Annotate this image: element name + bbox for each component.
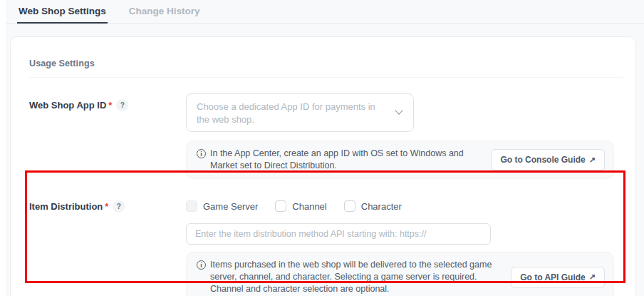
tab-web-shop-settings[interactable]: Web Shop Settings bbox=[17, 6, 108, 24]
app-id-select-placeholder: Choose a dedicated App ID for payments i… bbox=[197, 101, 375, 125]
checkbox-item-character: Character bbox=[344, 200, 402, 212]
info-icon: i bbox=[197, 149, 206, 158]
item-distribution-controls: Game Server Channel Character i I bbox=[186, 195, 623, 296]
app-id-select[interactable]: Choose a dedicated App ID for payments i… bbox=[186, 93, 414, 132]
go-to-console-guide-button[interactable]: Go to Console Guide ↗ bbox=[491, 149, 605, 170]
web-shop-app-id-controls: Choose a dedicated App ID for payments i… bbox=[186, 93, 623, 179]
item-distribution-info-box: i Items purchased in the web shop will b… bbox=[186, 252, 614, 296]
item-distribution-info-text: Items purchased in the web shop will be … bbox=[210, 259, 501, 295]
game-server-checkbox[interactable] bbox=[186, 200, 197, 212]
channel-checkbox[interactable] bbox=[275, 200, 286, 212]
distribution-api-input[interactable] bbox=[186, 223, 491, 245]
tab-change-history[interactable]: Change History bbox=[128, 6, 202, 23]
go-to-console-guide-label: Go to Console Guide bbox=[500, 155, 585, 165]
help-icon[interactable]: ? bbox=[113, 200, 125, 213]
item-distribution-row: Item Distribution * ? Game Server Channe… bbox=[29, 195, 623, 296]
external-link-icon: ↗ bbox=[589, 273, 596, 281]
checkbox-item-game-server: Game Server bbox=[186, 200, 258, 212]
web-shop-app-id-label: Web Shop App ID bbox=[29, 100, 106, 111]
external-link-icon: ↗ bbox=[589, 156, 596, 164]
web-shop-app-id-row: Web Shop App ID * ? Choose a dedicated A… bbox=[29, 93, 623, 179]
game-server-checkbox-label: Game Server bbox=[203, 201, 258, 212]
channel-checkbox-label: Channel bbox=[292, 201, 326, 212]
item-distribution-info-content: i Items purchased in the web shop will b… bbox=[197, 259, 501, 295]
checkbox-item-channel: Channel bbox=[275, 200, 326, 212]
chevron-down-icon bbox=[395, 106, 402, 114]
app-id-info-box: i In the App Center, create an app ID wi… bbox=[186, 141, 614, 179]
required-asterisk: * bbox=[108, 100, 112, 111]
help-icon[interactable]: ? bbox=[116, 99, 128, 111]
app-id-info-text: In the App Center, create an app ID with… bbox=[210, 148, 481, 172]
settings-page: Web Shop Settings Change History Usage S… bbox=[6, 0, 644, 296]
item-distribution-label: Item Distribution bbox=[29, 201, 103, 212]
character-checkbox-label: Character bbox=[361, 201, 402, 212]
section-divider bbox=[29, 77, 623, 78]
go-to-api-guide-button[interactable]: Go to API Guide ↗ bbox=[511, 267, 605, 288]
go-to-api-guide-label: Go to API Guide bbox=[520, 272, 586, 282]
info-icon: i bbox=[197, 260, 206, 270]
settings-card: Usage Settings Web Shop App ID * ? Choos… bbox=[10, 36, 636, 296]
item-distribution-checkbox-row: Game Server Channel Character bbox=[186, 195, 623, 212]
character-checkbox[interactable] bbox=[344, 200, 355, 212]
required-asterisk: * bbox=[105, 201, 108, 212]
item-distribution-label-group: Item Distribution * ? bbox=[29, 195, 186, 213]
tab-bar: Web Shop Settings Change History bbox=[6, 0, 644, 24]
section-title: Usage Settings bbox=[29, 58, 623, 68]
app-id-info-content: i In the App Center, create an app ID wi… bbox=[197, 148, 481, 172]
web-shop-app-id-label-group: Web Shop App ID * ? bbox=[29, 93, 186, 111]
